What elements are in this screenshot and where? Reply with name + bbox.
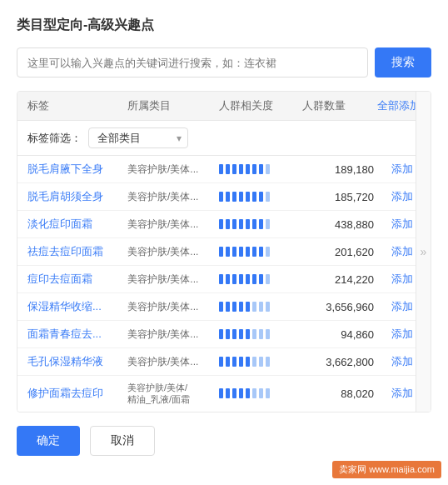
bar-chart [219, 164, 302, 174]
bar-seg-light [266, 357, 270, 367]
row-category: 美容护肤/美体... [127, 190, 219, 204]
col-category: 所属类目 [127, 98, 219, 113]
row-count: 94,860 [302, 328, 377, 341]
row-category: 美容护肤/美体... [127, 272, 219, 287]
row-count: 88,020 [302, 388, 377, 400]
bar-seg [232, 247, 236, 257]
table-row: 淡化痘印面霜 美容护肤/美体... 438,880 添加 [17, 211, 431, 238]
row-label[interactable]: 脱毛肩胡须全身 [27, 189, 127, 204]
table-body: 脱毛肩腋下全身 美容护肤/美体... 189,180 添加 [17, 156, 431, 412]
bar-seg [239, 329, 243, 339]
row-label[interactable]: 修护面霜去痘印 [27, 386, 127, 401]
bar-seg [259, 192, 263, 202]
row-label[interactable]: 痘印去痘面霜 [27, 272, 127, 287]
bar-seg-light [266, 192, 270, 202]
bar-seg [219, 274, 223, 284]
bar-seg [246, 388, 250, 398]
cancel-button[interactable]: 取消 [90, 426, 155, 456]
bar-seg [219, 247, 223, 257]
data-table: 标签 所属类目 人群相关度 人群数量 全部添加 标签筛选： 全部类目 脱毛肩腋下… [17, 91, 431, 412]
bar-seg [226, 192, 230, 202]
bar-seg [252, 164, 256, 174]
table-row: 祛痘去痘印面霜 美容护肤/美体... 201,620 添加 [17, 238, 431, 266]
bar-seg-light [252, 357, 256, 367]
bar-seg-light [266, 302, 270, 312]
bar-seg [259, 219, 263, 229]
search-input[interactable] [17, 48, 368, 78]
bar-seg-light [266, 219, 270, 229]
bar-seg [219, 192, 223, 202]
row-label[interactable]: 毛孔保湿精华液 [27, 354, 127, 369]
row-label[interactable]: 面霜青春痘去... [27, 327, 127, 342]
row-count: 189,180 [302, 163, 377, 176]
col-label: 标签 [27, 98, 127, 113]
filter-select-wrapper: 全部类目 [88, 128, 188, 148]
bar-seg-light [252, 388, 256, 398]
page-wrapper: 类目型定向-高级兴趣点 搜索 标签 所属类目 人群相关度 人群数量 全部添加 标… [0, 0, 448, 485]
row-count: 3,656,960 [302, 301, 377, 313]
bar-seg [246, 192, 250, 202]
bar-seg [239, 388, 243, 398]
bar-seg [252, 219, 256, 229]
page-title: 类目型定向-高级兴趣点 [17, 17, 431, 34]
table-row: 保湿精华收缩... 美容护肤/美体... 3,656,960 添加 [17, 293, 431, 321]
bar-seg [239, 357, 243, 367]
bar-seg [232, 388, 236, 398]
bar-seg [219, 357, 223, 367]
bar-seg [232, 164, 236, 174]
bar-seg [259, 247, 263, 257]
bar-chart [219, 247, 302, 257]
bar-seg [232, 357, 236, 367]
bar-seg [232, 192, 236, 202]
row-category: 美容护肤/美体... [127, 162, 219, 177]
row-category: 美容护肤/美体... [127, 355, 219, 369]
row-label[interactable]: 脱毛肩腋下全身 [27, 162, 127, 177]
row-label[interactable]: 保湿精华收缩... [27, 299, 127, 314]
row-category: 美容护肤/美体/精油_乳液/面霜 [127, 382, 219, 406]
bar-seg [226, 274, 230, 284]
filter-label: 标签筛选： [27, 131, 82, 146]
bar-seg [226, 388, 230, 398]
bar-chart [219, 219, 302, 229]
bar-seg [246, 164, 250, 174]
bar-seg [226, 357, 230, 367]
bar-seg [252, 192, 256, 202]
bar-seg [226, 247, 230, 257]
bar-seg-light [259, 357, 263, 367]
bar-seg [219, 219, 223, 229]
bar-seg [232, 274, 236, 284]
table-row: 脱毛肩腋下全身 美容护肤/美体... 189,180 添加 [17, 156, 431, 183]
row-label[interactable]: 淡化痘印面霜 [27, 217, 127, 232]
bar-chart [219, 302, 302, 312]
search-button[interactable]: 搜索 [375, 48, 431, 78]
row-label[interactable]: 祛痘去痘印面霜 [27, 244, 127, 259]
bar-chart [219, 192, 302, 202]
bar-seg [219, 388, 223, 398]
bar-seg [246, 329, 250, 339]
expand-right-icon[interactable]: » [416, 92, 431, 412]
bar-seg [252, 274, 256, 284]
filter-select[interactable]: 全部类目 [88, 128, 188, 148]
row-count: 438,880 [302, 218, 377, 231]
confirm-button[interactable]: 确定 [17, 426, 80, 456]
bar-seg-light [252, 329, 256, 339]
bar-seg [226, 302, 230, 312]
bar-seg [232, 219, 236, 229]
bar-seg [226, 219, 230, 229]
bar-seg-light [266, 329, 270, 339]
bar-seg [259, 164, 263, 174]
row-count: 3,662,800 [302, 356, 377, 368]
bar-seg [226, 329, 230, 339]
row-category: 美容护肤/美体... [127, 245, 219, 259]
bar-seg [252, 247, 256, 257]
bar-seg-light [266, 247, 270, 257]
bar-seg [239, 302, 243, 312]
bar-chart [219, 329, 302, 339]
bar-seg [219, 329, 223, 339]
bar-seg [246, 274, 250, 284]
bar-chart [219, 357, 302, 367]
bar-seg [239, 164, 243, 174]
bar-seg-light [266, 388, 270, 398]
bar-chart [219, 274, 302, 284]
bar-seg [232, 329, 236, 339]
